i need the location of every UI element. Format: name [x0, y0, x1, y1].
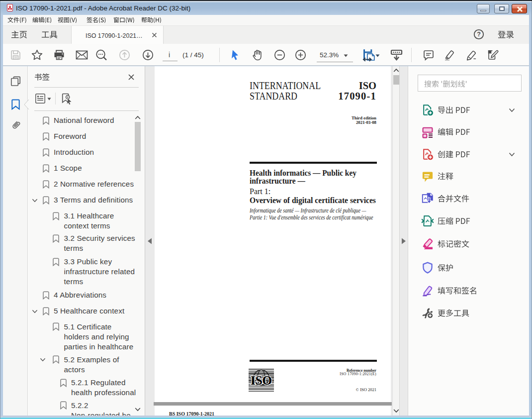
svg-text:?: ? [477, 31, 481, 38]
